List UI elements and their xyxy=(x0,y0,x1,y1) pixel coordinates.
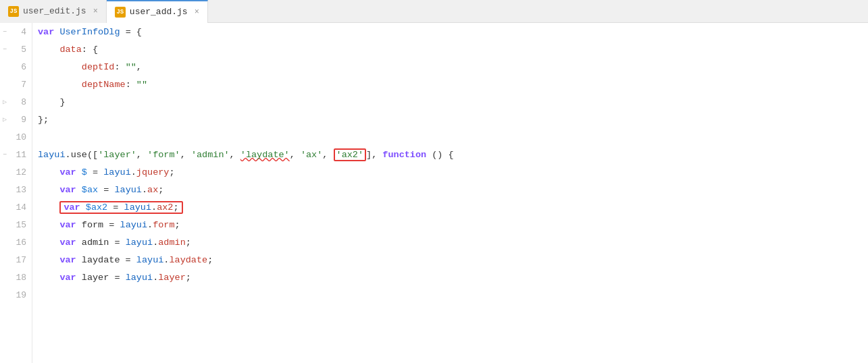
code-line-16: var admin = layui.admin; xyxy=(38,233,868,251)
tab-user-edit[interactable]: JS user_edit.js × xyxy=(0,0,107,23)
code-line-18: var layer = layui.layer; xyxy=(38,269,868,286)
str-empty-2: "" xyxy=(136,80,147,90)
kw-var-4: var xyxy=(38,27,59,37)
prop-deptname: deptName xyxy=(82,80,126,90)
code-line-17: var laydate = layui.laydate; xyxy=(38,251,868,269)
line-num-10: 10 xyxy=(0,128,32,146)
method-use: use xyxy=(71,150,87,160)
code-line-8: } xyxy=(38,93,868,111)
obj-layui-11: layui xyxy=(38,150,66,160)
code-line-12: var $ = layui.jquery; xyxy=(38,163,868,181)
line-num-16: 16 xyxy=(0,233,32,251)
code-line-11: layui.use(['layer', 'form', 'admin', 'la… xyxy=(38,146,868,163)
prop-deptid: deptId xyxy=(82,62,115,72)
code-line-6: deptId: "", xyxy=(38,58,868,76)
fold-icon-8[interactable]: ▷ xyxy=(3,98,7,106)
highlighted-ax2-string: 'ax2' xyxy=(334,148,367,161)
line-num-14: 14 xyxy=(0,198,32,216)
line-num-15: 15 xyxy=(0,216,32,233)
fold-icon-9[interactable]: ▷ xyxy=(3,115,7,123)
line-num-6: 6 xyxy=(0,58,32,76)
code-line-9: }; xyxy=(38,111,868,128)
fold-icon-4[interactable]: − xyxy=(3,28,7,36)
close-active-tab-button[interactable]: × xyxy=(195,7,199,17)
line-numbers: − 4 − 5 6 7 ▷ 8 ▷ 9 10 xyxy=(0,23,32,363)
prop-data: data xyxy=(59,45,81,55)
fold-icon-5[interactable]: − xyxy=(3,46,7,53)
line-num-17: 17 xyxy=(0,251,32,269)
code-content[interactable]: var UserInfoDlg = { data: { deptId: "", … xyxy=(32,23,868,363)
highlighted-ax2-declaration: var $ax2 = layui.ax2; xyxy=(59,201,182,214)
line-num-19: 19 xyxy=(0,286,32,304)
str-empty-1: "" xyxy=(126,62,136,72)
editor-area: − 4 − 5 6 7 ▷ 8 ▷ 9 10 xyxy=(0,23,868,363)
js-file-icon-2: JS xyxy=(115,7,126,18)
line-num-5: − 5 xyxy=(0,40,32,58)
close-tab-button[interactable]: × xyxy=(93,7,98,16)
line-num-18: 18 xyxy=(0,269,32,286)
code-line-13: var $ax = layui.ax; xyxy=(38,181,868,198)
line-num-12: 12 xyxy=(0,163,32,181)
fold-icon-11[interactable]: − xyxy=(3,151,7,159)
code-line-15: var form = layui.form; xyxy=(38,216,868,233)
line-num-11: − 11 xyxy=(0,146,32,163)
tab-label-active: user_add.js xyxy=(130,7,188,17)
code-line-14: var $ax2 = layui.ax2; xyxy=(38,198,868,216)
editor-container: JS user_edit.js × JS user_add.js × − 4 −… xyxy=(0,0,868,363)
code-line-10 xyxy=(38,128,868,146)
tab-label: user_edit.js xyxy=(23,6,86,16)
tab-user-add[interactable]: JS user_add.js × xyxy=(107,0,208,23)
code-line-4: var UserInfoDlg = { xyxy=(38,23,868,40)
line-num-8: ▷ 8 xyxy=(0,93,32,111)
js-file-icon: JS xyxy=(8,6,19,17)
kw-function: function xyxy=(382,150,426,160)
line-num-4: − 4 xyxy=(0,23,32,40)
line-num-13: 13 xyxy=(0,181,32,198)
code-line-7: deptName: "" xyxy=(38,76,868,93)
var-name-4: UserInfoDlg xyxy=(59,27,120,37)
code-line-19 xyxy=(38,286,868,304)
line-num-7: 7 xyxy=(0,76,32,93)
line-num-9: ▷ 9 xyxy=(0,111,32,128)
tab-bar: JS user_edit.js × JS user_add.js × xyxy=(0,0,868,23)
code-line-5: data: { xyxy=(38,40,868,58)
